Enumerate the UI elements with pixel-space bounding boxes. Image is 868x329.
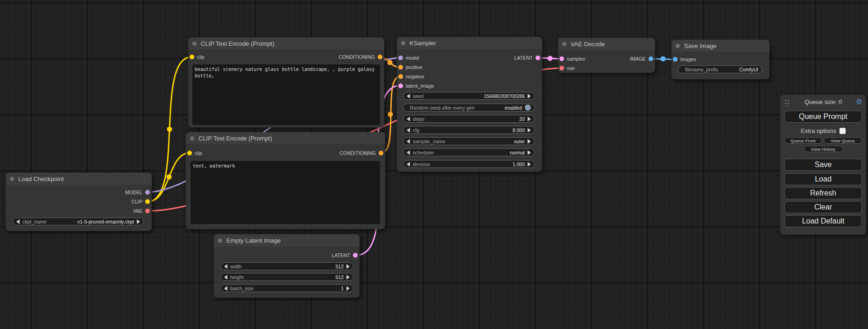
height-widget[interactable]: height 512 [220, 273, 353, 281]
toggle-knob[interactable] [525, 105, 531, 111]
vae-input-port[interactable] [559, 66, 564, 70]
node-title: CLIP Text Encode (Prompt) [198, 135, 272, 142]
stepper-right-arrow[interactable] [346, 264, 350, 269]
images-input-port[interactable] [673, 57, 677, 62]
refresh-button[interactable]: Refresh [784, 187, 862, 199]
stepper-right-arrow[interactable] [346, 286, 350, 291]
node-empty-latent-image[interactable]: Empty Latent Image LATENT width 512 heig… [214, 234, 360, 298]
steps-widget[interactable]: steps 20 [403, 115, 535, 123]
widget-label: sampler_name [413, 139, 445, 144]
clip-input-port[interactable] [187, 151, 192, 155]
scheduler-widget[interactable]: scheduler normal [403, 148, 535, 156]
random-seed-toggle-widget[interactable]: Random seed after every gen enabled [403, 104, 535, 112]
collapse-dot[interactable] [192, 42, 197, 46]
stepper-left-arrow[interactable] [407, 128, 410, 133]
view-history-button[interactable]: View History [804, 146, 843, 152]
latent-output-port[interactable] [536, 56, 540, 60]
node-save-image[interactable]: Save Image images filename_prefix ComfyU… [671, 40, 769, 79]
node-title-bar[interactable]: Empty Latent Image [214, 234, 360, 246]
queue-panel-header: Queue size: 0 ⚙ [780, 95, 866, 109]
negative-prompt-textarea[interactable]: text, watermark [191, 161, 380, 224]
load-default-button[interactable]: Load Default [784, 215, 862, 227]
node-title-bar[interactable]: CLIP Text Encode (Prompt) [186, 132, 385, 144]
stepper-right-arrow[interactable] [528, 139, 531, 144]
ckpt-name-widget[interactable]: ckpt_name v1-5-pruned-emaonly.ckpt [13, 217, 144, 225]
widget-label: ckpt_name [22, 219, 46, 224]
filename-prefix-widget[interactable]: filename_prefix ComfyUI [678, 65, 762, 73]
cfg-widget[interactable]: cfg 8.000 [403, 126, 535, 134]
node-graph-canvas[interactable]: Load Checkpoint MODEL CLIP VAE ckpt_name… [0, 0, 868, 329]
vae-output-port[interactable] [145, 209, 150, 213]
stepper-left-arrow[interactable] [407, 117, 410, 121]
clear-button[interactable]: Clear [784, 201, 862, 213]
node-clip-text-encode-positive[interactable]: CLIP Text Encode (Prompt) clip CONDITION… [188, 37, 384, 127]
seed-widget[interactable]: seed 156680208700286 [403, 92, 535, 100]
conditioning-output-port[interactable] [378, 55, 382, 59]
stepper-right-arrow[interactable] [528, 162, 531, 167]
stepper-left-arrow[interactable] [407, 94, 410, 98]
save-button[interactable]: Save [784, 159, 862, 171]
stepper-right-arrow[interactable] [528, 128, 531, 133]
clip-output-port[interactable] [145, 199, 150, 204]
queue-prompt-button[interactable]: Queue Prompt [784, 111, 862, 123]
stepper-left-arrow[interactable] [16, 219, 20, 224]
conditioning-output-port[interactable] [379, 151, 383, 155]
widget-value: ComfyUI [739, 67, 758, 72]
widget-label: cfg [413, 127, 419, 133]
collapse-dot[interactable] [218, 238, 222, 243]
node-title-bar[interactable]: KSampler [397, 37, 542, 49]
stepper-left-arrow[interactable] [407, 162, 410, 167]
output-slot-image: IMAGE [630, 55, 653, 63]
node-title-bar[interactable]: VAE Decode [558, 38, 655, 50]
node-load-checkpoint[interactable]: Load Checkpoint MODEL CLIP VAE ckpt_name… [6, 173, 152, 231]
collapse-dot[interactable] [562, 42, 566, 46]
output-slot-latent: LATENT [515, 54, 540, 62]
latent-image-input-port[interactable] [398, 84, 403, 88]
collapse-dot[interactable] [190, 136, 194, 140]
collapse-dot[interactable] [401, 41, 405, 45]
output-slot-vae: VAE [133, 207, 150, 215]
samples-input-port[interactable] [559, 56, 564, 61]
node-clip-text-encode-negative[interactable]: CLIP Text Encode (Prompt) clip CONDITION… [186, 132, 385, 229]
stepper-left-arrow[interactable] [224, 264, 227, 269]
input-slot-clip: clip [190, 53, 205, 61]
node-title-bar[interactable]: Load Checkpoint [6, 173, 152, 185]
image-output-port[interactable] [649, 56, 653, 61]
widget-value: euler [514, 139, 525, 144]
load-button[interactable]: Load [784, 173, 862, 185]
width-widget[interactable]: width 512 [220, 262, 353, 270]
node-vae-decode[interactable]: VAE Decode samples vae IMAGE [558, 38, 655, 73]
clip-input-port[interactable] [190, 55, 194, 59]
gear-icon[interactable]: ⚙ [856, 98, 862, 106]
stepper-left-arrow[interactable] [407, 150, 410, 155]
node-title-bar[interactable]: Save Image [671, 40, 769, 52]
collapse-dot[interactable] [10, 177, 14, 181]
batch-size-widget[interactable]: batch_size 1 [220, 284, 353, 292]
output-slot-label: LATENT [515, 55, 533, 61]
queue-front-button[interactable]: Queue Front [784, 137, 822, 144]
node-ksampler[interactable]: KSampler model positive negative latent_… [397, 37, 542, 172]
stepper-left-arrow[interactable] [224, 286, 227, 291]
model-input-port[interactable] [398, 56, 403, 60]
stepper-right-arrow[interactable] [528, 94, 531, 98]
positive-input-port[interactable] [398, 65, 403, 70]
widget-label: batch_size [230, 286, 254, 291]
stepper-right-arrow[interactable] [346, 275, 350, 280]
output-slot-latent: LATENT [332, 251, 358, 259]
node-title-bar[interactable]: CLIP Text Encode (Prompt) [188, 37, 384, 49]
collapse-dot[interactable] [676, 44, 680, 48]
sampler-name-widget[interactable]: sampler_name euler [403, 137, 535, 145]
widget-label: scheduler [413, 150, 434, 155]
stepper-right-arrow[interactable] [528, 150, 531, 155]
stepper-left-arrow[interactable] [224, 275, 227, 280]
stepper-left-arrow[interactable] [407, 139, 410, 144]
latent-output-port[interactable] [353, 253, 358, 258]
view-queue-button[interactable]: View Queue [824, 137, 862, 144]
extra-options-checkbox[interactable] [840, 128, 846, 134]
stepper-right-arrow[interactable] [137, 219, 140, 224]
denoise-widget[interactable]: denoise 1.000 [403, 160, 535, 168]
stepper-right-arrow[interactable] [528, 117, 531, 121]
negative-input-port[interactable] [398, 74, 403, 79]
model-output-port[interactable] [145, 190, 150, 195]
positive-prompt-textarea[interactable]: beautiful scenery nature glass bottle la… [192, 64, 380, 125]
